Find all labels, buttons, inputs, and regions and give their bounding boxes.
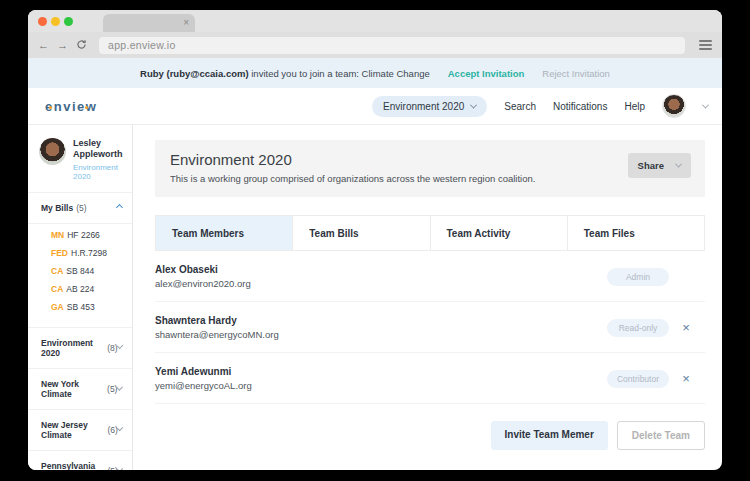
bill-state-tag: FED — [51, 248, 68, 258]
team-selector-dropdown[interactable]: Environment 2020 — [372, 96, 487, 117]
tab[interactable]: Team Bills — [292, 216, 429, 250]
sidebar: Lesley Appleworth Environment 2020 My Bi… — [28, 125, 133, 470]
app-header: enview Environment 2020 Search Notificat… — [28, 88, 722, 125]
reject-invitation-link[interactable]: Reject Invitation — [542, 68, 610, 79]
browser-window: × ← → app.enview.io Ruby (ruby@ccaia.com… — [28, 10, 722, 470]
browser-tab[interactable]: × — [103, 14, 195, 32]
minimize-window-button[interactable] — [51, 17, 60, 26]
my-bills-list: MNHF 2266 FEDH.R.7298 CASB 844 CAAB 224 — [28, 223, 132, 327]
tab[interactable]: Team Files — [567, 216, 704, 250]
enview-logo: enview — [45, 99, 97, 114]
bill-item[interactable]: GASB 453 — [51, 298, 132, 316]
bill-item[interactable]: MNHF 2266 — [51, 226, 132, 244]
chevron-down-icon — [116, 384, 123, 391]
member-email: alex@environ2020.org — [155, 278, 607, 289]
bill-item[interactable]: CASB 844 — [51, 262, 132, 280]
main-content: Environment 2020 This is a working group… — [133, 125, 722, 470]
notifications-link[interactable]: Notifications — [553, 101, 607, 112]
bill-number: SB 453 — [67, 302, 95, 312]
role-badge: Admin — [607, 268, 669, 286]
chevron-up-icon — [116, 204, 123, 211]
member-email: shawntera@energycoMN.org — [155, 329, 607, 340]
member-row: Shawntera Hardy shawntera@energycoMN.org… — [155, 302, 705, 353]
bill-state-tag: GA — [51, 302, 64, 312]
profile-name: Lesley Appleworth — [73, 138, 126, 161]
member-name: Shawntera Hardy — [155, 315, 607, 326]
member-email: yemi@energycoAL.org — [155, 380, 607, 391]
bill-number: HF 2266 — [67, 230, 100, 240]
chevron-down-icon[interactable] — [702, 101, 709, 108]
help-link[interactable]: Help — [624, 101, 645, 112]
bill-state-tag: CA — [51, 284, 63, 294]
page-title: Environment 2020 — [170, 151, 690, 168]
bill-item[interactable]: FEDH.R.7298 — [51, 244, 132, 262]
remove-member-icon[interactable]: × — [669, 321, 703, 334]
team-header-panel: Environment 2020 This is a working group… — [155, 140, 705, 197]
sidebar-team-toggle[interactable]: New Jersey Climate (6) — [28, 410, 132, 450]
address-bar[interactable]: app.enview.io — [99, 37, 685, 54]
window-controls — [38, 17, 73, 26]
accept-invitation-link[interactable]: Accept Invitation — [448, 68, 525, 79]
sidebar-team-toggle[interactable]: Pennsylvania Clim.. (5) — [28, 451, 132, 471]
invite-team-member-button[interactable]: Invite Team Memer — [491, 421, 608, 450]
bill-number: AB 224 — [66, 284, 94, 294]
browser-tab-strip: × — [28, 10, 722, 32]
inviter-name: Ruby (ruby@ccaia.com) — [140, 68, 249, 79]
invitation-banner: Ruby (ruby@ccaia.com) invited you to joi… — [28, 58, 722, 88]
bill-item[interactable]: CAAB 224 — [51, 280, 132, 298]
bill-number: SB 844 — [66, 266, 94, 276]
reload-icon[interactable] — [76, 39, 87, 52]
sidebar-team-toggle[interactable]: New York Climate (5) — [28, 369, 132, 409]
user-avatar[interactable] — [662, 94, 686, 118]
zoom-window-button[interactable] — [64, 17, 73, 26]
bill-state-tag: CA — [51, 266, 63, 276]
logo-accent-icon — [85, 106, 88, 109]
sidebar-my-bills-toggle[interactable]: My Bills (5) — [28, 193, 132, 223]
team-members-list: Alex Obaseki alex@environ2020.org Admin … — [155, 251, 705, 404]
team-description: This is a working group comprised of org… — [170, 173, 690, 184]
sidebar-team-sections: Environment 2020 (8) New York Climate (5… — [28, 327, 132, 471]
tab-close-icon[interactable]: × — [183, 18, 189, 28]
bill-number: H.R.7298 — [71, 248, 107, 258]
profile-card: Lesley Appleworth Environment 2020 — [28, 125, 132, 192]
bill-state-tag: MN — [51, 230, 64, 240]
browser-menu-icon[interactable] — [699, 40, 712, 50]
my-bills-count: (5) — [76, 203, 86, 213]
role-badge: Contributor — [607, 370, 669, 388]
browser-nav-bar: ← → app.enview.io — [28, 32, 722, 58]
search-link[interactable]: Search — [504, 101, 536, 112]
tab[interactable]: Team Activity — [430, 216, 567, 250]
profile-avatar — [39, 138, 66, 165]
url-text: app.enview.io — [108, 39, 176, 51]
remove-member-icon[interactable]: × — [669, 372, 703, 385]
forward-icon[interactable]: → — [57, 40, 68, 51]
chevron-down-icon — [675, 161, 682, 168]
member-row: Alex Obaseki alex@environ2020.org Admin … — [155, 251, 705, 302]
share-button[interactable]: Share — [628, 153, 691, 178]
tab[interactable]: Team Members — [156, 216, 292, 250]
logo-accent-icon — [49, 106, 52, 109]
delete-team-button[interactable]: Delete Team — [617, 421, 705, 450]
member-name: Yemi Adewunmi — [155, 366, 607, 377]
sidebar-team-toggle[interactable]: Environment 2020 (8) — [28, 328, 132, 368]
back-icon[interactable]: ← — [38, 40, 49, 51]
profile-team-link[interactable]: Environment 2020 — [73, 163, 126, 181]
invitation-message: Ruby (ruby@ccaia.com) invited you to joi… — [140, 68, 430, 79]
close-window-button[interactable] — [38, 17, 47, 26]
role-badge: Read-only — [607, 319, 669, 337]
member-name: Alex Obaseki — [155, 264, 607, 275]
team-tabs: Team Members Team Bills Team Activity Te… — [155, 215, 705, 251]
chevron-down-icon — [470, 101, 477, 108]
member-row: Yemi Adewunmi yemi@energycoAL.org Contri… — [155, 353, 705, 404]
